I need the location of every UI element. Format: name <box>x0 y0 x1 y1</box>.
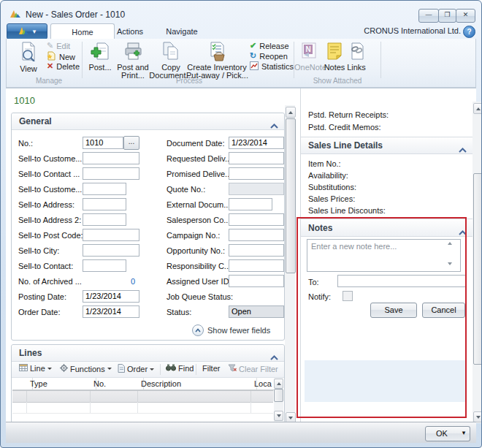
order-date-field[interactable]: 1/23/2014 <box>83 305 139 318</box>
reopen-button[interactable]: ↻ Reopen <box>250 51 288 61</box>
create-inventory-putaway-pick-button[interactable]: Create Inventory Put-away / Pick... <box>191 40 243 74</box>
ok-dropdown-button[interactable]: ▾ <box>458 426 470 441</box>
scroll-down-icon[interactable] <box>274 411 283 421</box>
scroll-up-icon[interactable] <box>274 379 283 389</box>
collapse-chevron-icon[interactable] <box>459 225 467 238</box>
requested-delivery-date-field[interactable] <box>229 152 284 164</box>
main-scrollbar[interactable] <box>285 105 295 425</box>
collapse-chevron-icon[interactable] <box>270 118 278 132</box>
column-header-location[interactable]: Loca <box>251 378 276 390</box>
grid-row-selected[interactable] <box>12 390 273 403</box>
no-field[interactable]: 1010 <box>83 137 123 149</box>
notes-header[interactable]: Notes <box>301 219 473 237</box>
item-no-link[interactable]: Item No.: <box>308 159 341 168</box>
post-button[interactable]: Post... <box>87 40 113 74</box>
group-label-process: Process <box>87 77 291 85</box>
no-of-archived-value[interactable]: 0 <box>83 277 135 286</box>
pstd-return-receipts-link[interactable]: Pstd. Return Receipts: <box>308 110 389 119</box>
no-lookup-button[interactable]: ... <box>123 136 139 150</box>
window-title: New - Sales Order - 1010 <box>26 10 125 20</box>
release-button[interactable]: ✔ Release <box>250 41 289 50</box>
statistics-button[interactable]: Statistics <box>250 61 294 72</box>
factbox-scrollbar[interactable] <box>473 102 482 423</box>
sales-order-window: New - Sales Order - 1010 — ❐ ✕ ▾ Home Ac… <box>0 0 482 448</box>
notes-icon <box>326 42 343 63</box>
status-field[interactable]: Open <box>229 305 284 318</box>
sales-line-discounts-link[interactable]: Sales Line Discounts: <box>308 206 386 215</box>
save-button[interactable]: Save <box>370 303 417 318</box>
new-button[interactable]: New <box>47 51 75 62</box>
edit-icon: ✎ <box>47 41 53 50</box>
find-button[interactable]: Find <box>166 364 194 373</box>
cancel-button[interactable]: Cancel <box>422 303 465 318</box>
sell-to-customer-name-field[interactable] <box>83 183 126 195</box>
external-document-no-field[interactable] <box>229 198 272 210</box>
collapse-chevron-icon[interactable] <box>459 143 467 156</box>
close-icon: ✕ <box>463 11 469 18</box>
filter-button[interactable]: Filter <box>202 364 220 373</box>
sell-to-post-code-field[interactable] <box>83 229 139 241</box>
posting-date-field[interactable]: 1/23/2014 <box>83 290 139 303</box>
pstd-credit-memos-link[interactable]: Pstd. Credit Memos: <box>308 123 381 132</box>
notify-label: Notify: <box>308 292 331 301</box>
line-menu-button[interactable]: Line <box>19 364 52 373</box>
availability-link[interactable]: Availability: <box>308 171 348 180</box>
view-button[interactable]: View <box>15 40 42 74</box>
minimize-button[interactable]: — <box>418 9 439 23</box>
release-icon: ✔ <box>250 41 256 50</box>
grid-scrollbar-thumb[interactable] <box>274 389 283 402</box>
lines-grid: Type No. Description Loca <box>12 378 283 422</box>
maximize-button[interactable]: ❐ <box>438 9 456 23</box>
main-scrollbar-thumb[interactable] <box>286 118 296 273</box>
order-menu-button[interactable]: Order <box>118 364 154 374</box>
column-header-type[interactable]: Type <box>27 378 96 390</box>
sell-to-city-field[interactable] <box>83 244 139 257</box>
lines-toolbar: Line Functions Order Find Filter <box>12 362 284 378</box>
scroll-down-icon[interactable] <box>473 411 482 422</box>
application-menu-button[interactable]: ▾ <box>7 23 47 39</box>
clear-filter-button[interactable]: Clear Filter <box>228 364 278 373</box>
new-note-input[interactable] <box>307 239 461 272</box>
promised-delivery-date-field[interactable] <box>229 167 284 180</box>
scroll-up-icon[interactable] <box>473 103 482 114</box>
statistics-icon <box>250 61 259 72</box>
column-header-description[interactable]: Description <box>138 378 257 390</box>
functions-menu-button[interactable]: Functions <box>60 364 112 373</box>
grid-scrollbar[interactable] <box>274 378 283 422</box>
edit-button[interactable]: ✎ Edit <box>47 41 70 50</box>
to-field[interactable] <box>337 275 466 287</box>
close-button[interactable]: ✕ <box>456 9 475 23</box>
sell-to-address-2-field[interactable] <box>83 213 126 226</box>
copy-document-button[interactable]: Copy Document... <box>155 40 187 74</box>
scroll-down-icon[interactable] <box>448 262 452 265</box>
links-button[interactable]: Links <box>345 40 367 74</box>
campaign-no-field[interactable] <box>229 229 284 241</box>
sell-to-contact-field[interactable] <box>83 259 126 272</box>
tab-navigate[interactable]: Navigate <box>147 23 217 39</box>
lines-fasttab-header[interactable]: Lines <box>12 345 284 362</box>
post-and-print-button[interactable]: Post and Print... <box>118 40 148 74</box>
links-icon <box>348 42 366 63</box>
sell-to-contact-no-field[interactable] <box>83 167 139 180</box>
sell-to-customer-no-field[interactable] <box>83 152 139 164</box>
show-fewer-fields-button[interactable]: Show fewer fields <box>192 324 270 336</box>
substitutions-link[interactable]: Substitutions: <box>308 183 356 191</box>
assigned-user-id-field[interactable] <box>229 275 284 287</box>
column-header-no[interactable]: No. <box>91 378 144 390</box>
opportunity-no-field[interactable] <box>229 244 284 257</box>
grid-row[interactable] <box>12 402 273 414</box>
ok-button[interactable]: OK <box>425 426 459 441</box>
scroll-up-icon[interactable] <box>286 107 296 118</box>
salesperson-code-field[interactable] <box>229 213 284 226</box>
sell-to-address-field[interactable] <box>83 198 126 210</box>
general-fasttab-header[interactable]: General <box>12 113 284 130</box>
delete-button[interactable]: ✕ Delete <box>47 61 80 71</box>
sales-line-details-header[interactable]: Sales Line Details <box>301 137 473 154</box>
factbox-scrollbar-thumb[interactable] <box>473 173 482 365</box>
notify-checkbox[interactable] <box>343 291 353 301</box>
responsibility-center-field[interactable] <box>229 259 284 272</box>
document-date-field[interactable]: 1/23/2014 <box>229 137 284 149</box>
sales-prices-link[interactable]: Sales Prices: <box>308 194 355 203</box>
help-icon[interactable]: ? <box>463 26 475 38</box>
scroll-up-icon[interactable] <box>448 242 452 245</box>
